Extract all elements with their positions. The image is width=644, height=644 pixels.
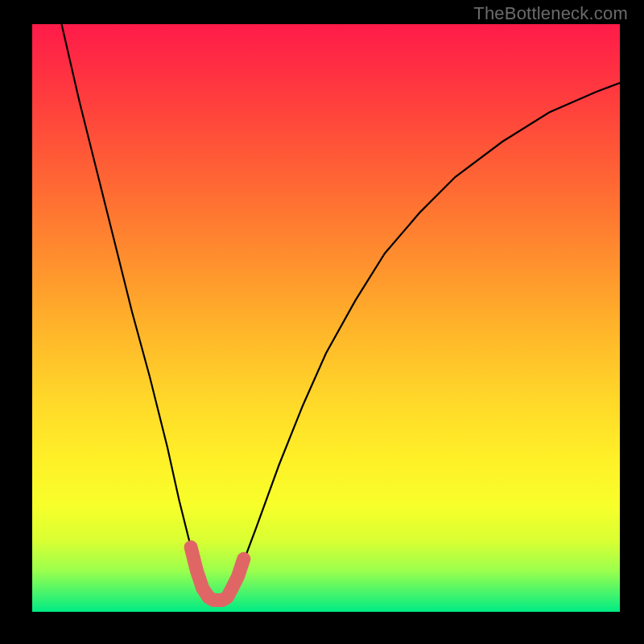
curve-path [62, 24, 621, 600]
attribution-label: TheBottleneck.com [473, 3, 628, 24]
trough-marker [191, 547, 244, 601]
chart-frame: TheBottleneck.com x y 510088711751463175… [0, 0, 644, 644]
plot-area [32, 24, 620, 612]
chart-svg [32, 24, 620, 612]
